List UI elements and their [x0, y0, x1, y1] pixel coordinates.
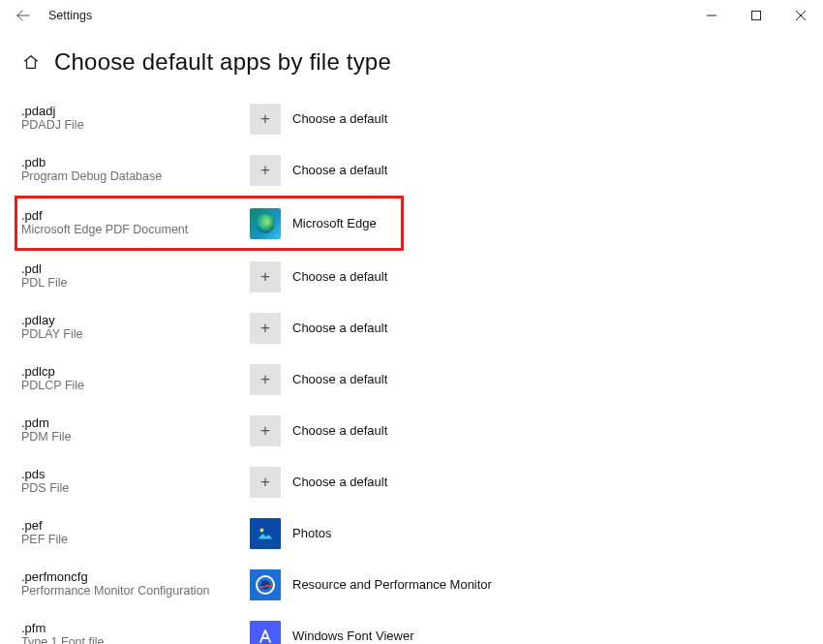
- app-icon[interactable]: +: [250, 467, 281, 498]
- app-icon[interactable]: +: [250, 155, 281, 186]
- close-button[interactable]: [778, 0, 823, 31]
- file-type-row[interactable]: .pefPEF FilePhotos: [21, 507, 823, 559]
- plus-icon: +: [250, 261, 281, 292]
- maximize-icon: [751, 11, 761, 20]
- back-arrow-icon: [16, 9, 30, 22]
- home-icon[interactable]: [21, 53, 41, 71]
- perfmon-icon: [250, 569, 281, 600]
- file-extension: .pfm: [21, 621, 250, 636]
- file-extension: .pdlay: [21, 313, 250, 328]
- file-type-info: .pdbProgram Debug Database: [21, 155, 250, 185]
- file-type-row[interactable]: .pdsPDS File+Choose a default: [21, 456, 823, 507]
- app-icon[interactable]: +: [250, 364, 281, 395]
- page-header: Choose default apps by file type: [0, 48, 823, 76]
- minimize-button[interactable]: [689, 0, 734, 31]
- plus-icon: +: [250, 155, 281, 186]
- app-icon[interactable]: +: [250, 104, 281, 135]
- app-label: Windows Font Viewer: [292, 629, 413, 643]
- file-extension: .pdlcp: [21, 364, 250, 380]
- file-extension: .pdf: [21, 208, 250, 224]
- file-type-row[interactable]: .perfmoncfgPerformance Monitor Configura…: [21, 559, 823, 610]
- file-extension: .pds: [21, 467, 250, 482]
- app-icon[interactable]: +: [250, 313, 281, 344]
- window-controls: [689, 0, 823, 31]
- file-type-info: .pdsPDS File: [21, 467, 250, 497]
- plus-icon: +: [250, 467, 281, 498]
- file-extension: .pef: [21, 518, 250, 534]
- plus-icon: +: [250, 104, 281, 135]
- minimize-icon: [707, 11, 716, 20]
- app-label: Choose a default: [292, 163, 387, 177]
- app-icon[interactable]: [250, 208, 281, 239]
- file-type-description: PDS File: [21, 481, 250, 497]
- file-extension: .pdm: [21, 415, 250, 431]
- app-icon[interactable]: [250, 518, 281, 549]
- file-extension: .pdb: [21, 155, 250, 170]
- file-extension: .perfmoncfg: [21, 569, 250, 585]
- file-type-description: Microsoft Edge PDF Document: [21, 223, 250, 238]
- app-label: Resource and Performance Monitor: [292, 577, 492, 592]
- file-type-row[interactable]: .pdfMicrosoft Edge PDF DocumentMicrosoft…: [15, 196, 404, 251]
- edge-icon: [250, 208, 281, 239]
- app-icon[interactable]: [250, 621, 281, 645]
- file-type-row[interactable]: .pdbProgram Debug Database+Choose a defa…: [21, 144, 823, 196]
- file-type-info: .pdmPDM File: [21, 415, 250, 445]
- file-type-list: .pdadjPDADJ File+Choose a default.pdbPro…: [0, 93, 823, 644]
- app-label: Choose a default: [292, 475, 387, 489]
- file-type-info: .pdlPDL File: [21, 261, 250, 291]
- photos-icon: [250, 518, 281, 549]
- file-extension: .pdadj: [21, 104, 250, 119]
- fontviewer-icon: [250, 621, 281, 645]
- file-type-info: .pdlcpPDLCP File: [21, 364, 250, 394]
- file-type-description: PDL File: [21, 276, 250, 291]
- file-type-info: .pdlayPDLAY File: [21, 313, 250, 343]
- file-type-description: PDLCP File: [21, 379, 250, 394]
- title-bar: Settings: [0, 0, 823, 31]
- file-type-info: .perfmoncfgPerformance Monitor Configura…: [21, 569, 250, 599]
- file-type-row[interactable]: .pdadjPDADJ File+Choose a default: [21, 93, 823, 144]
- app-icon[interactable]: +: [250, 261, 281, 292]
- file-type-description: PDADJ File: [21, 118, 250, 134]
- close-icon: [796, 11, 806, 20]
- file-type-description: PDLAY File: [21, 327, 250, 343]
- app-label: Choose a default: [292, 321, 387, 335]
- file-type-info: .pdfMicrosoft Edge PDF Document: [21, 208, 250, 238]
- file-type-info: .pdadjPDADJ File: [21, 104, 250, 134]
- file-extension: .pdl: [21, 261, 250, 277]
- file-type-row[interactable]: .pdlcpPDLCP File+Choose a default: [21, 353, 823, 405]
- file-type-row[interactable]: .pdlPDL File+Choose a default: [21, 251, 823, 302]
- svg-point-1: [259, 528, 263, 532]
- plus-icon: +: [250, 313, 281, 344]
- back-button[interactable]: [4, 0, 43, 31]
- page-title: Choose default apps by file type: [54, 48, 391, 76]
- app-label: Choose a default: [292, 423, 387, 438]
- file-type-description: Type 1 Font file: [21, 635, 250, 644]
- app-label: Choose a default: [292, 372, 387, 386]
- app-icon[interactable]: +: [250, 415, 281, 446]
- file-type-description: Performance Monitor Configuration: [21, 584, 250, 599]
- file-type-info: .pefPEF File: [21, 518, 250, 548]
- plus-icon: +: [250, 364, 281, 395]
- file-type-description: PDM File: [21, 430, 250, 445]
- plus-icon: +: [250, 415, 281, 446]
- app-label: Choose a default: [292, 111, 387, 126]
- svg-rect-0: [752, 12, 761, 20]
- file-type-description: Program Debug Database: [21, 169, 250, 185]
- file-type-info: .pfmType 1 Font file: [21, 621, 250, 644]
- file-type-row[interactable]: .pfmType 1 Font fileWindows Font Viewer: [21, 610, 823, 644]
- app-icon[interactable]: [250, 569, 281, 600]
- title-bar-left: Settings: [4, 0, 92, 31]
- app-label: Microsoft Edge: [292, 216, 377, 230]
- file-type-row[interactable]: .pdmPDM File+Choose a default: [21, 405, 823, 456]
- app-label: Photos: [292, 526, 331, 540]
- file-type-row[interactable]: .pdlayPDLAY File+Choose a default: [21, 302, 823, 353]
- window-title: Settings: [48, 9, 92, 22]
- file-type-description: PEF File: [21, 533, 250, 548]
- app-label: Choose a default: [292, 269, 387, 284]
- maximize-button[interactable]: [734, 0, 778, 31]
